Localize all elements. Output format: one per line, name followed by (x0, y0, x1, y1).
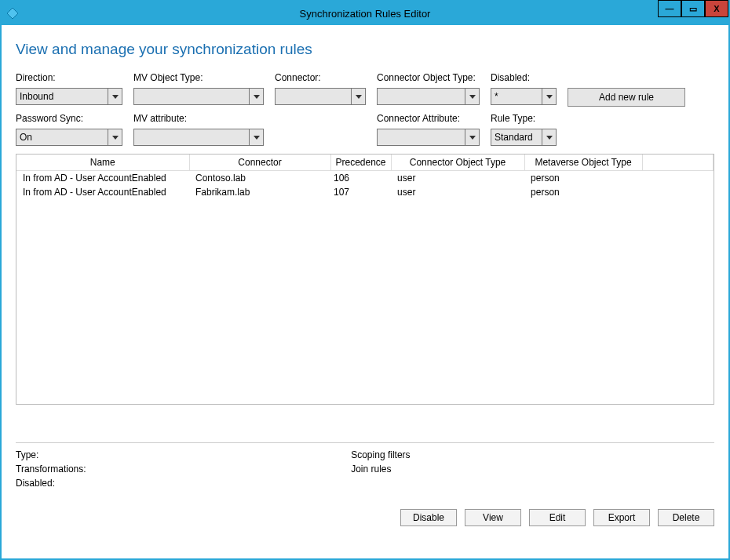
table-row[interactable]: In from AD - User AccountEnabled Contoso… (16, 171, 714, 186)
filter-panel: Direction: MV Object Type: Connector: Co… (16, 72, 714, 146)
rules-table[interactable]: Name Connector Precedence Connector Obje… (16, 155, 714, 199)
connector-label: Connector: (275, 72, 366, 83)
edit-button[interactable]: Edit (529, 509, 586, 526)
svg-marker-6 (112, 136, 119, 140)
col-precedence[interactable]: Precedence (330, 155, 391, 171)
app-window: Synchronization Rules Editor — ▭ X View … (0, 0, 730, 560)
disabled-select[interactable]: * (491, 88, 557, 105)
transformations-label: Transformations: (16, 464, 86, 475)
scoping-filters-label: Scoping filters (351, 449, 410, 460)
join-rules-label: Join rules (351, 464, 391, 475)
svg-marker-0 (7, 8, 18, 19)
chevron-down-icon (542, 129, 557, 146)
chevron-down-icon (250, 129, 264, 146)
window-title: Synchronization Rules Editor (2, 8, 728, 20)
view-button[interactable]: View (465, 509, 521, 526)
mv-object-type-label: MV Object Type: (133, 72, 264, 83)
maximize-button[interactable]: ▭ (681, 0, 705, 17)
rule-type-select[interactable]: Standard (491, 129, 557, 146)
client-area: View and manage your synchronization rul… (2, 25, 728, 558)
direction-select[interactable]: Inbound (16, 88, 122, 105)
titlebar: Synchronization Rules Editor — ▭ X (2, 2, 728, 25)
window-buttons: — ▭ X (658, 2, 728, 25)
disabled-label: Disabled: (491, 72, 557, 83)
action-buttons: Disable View Edit Export Delete (16, 509, 714, 526)
chevron-down-icon (352, 88, 366, 105)
mv-attribute-select[interactable] (133, 129, 264, 146)
mv-object-type-select[interactable] (133, 88, 264, 105)
password-sync-label: Password Sync: (16, 113, 122, 124)
rule-type-label: Rule Type: (491, 113, 557, 124)
connector-object-type-label: Connector Object Type: (377, 72, 480, 83)
chevron-down-icon (108, 129, 122, 146)
svg-marker-2 (254, 95, 260, 99)
mv-attribute-label: MV attribute: (133, 113, 264, 124)
minimize-button[interactable]: — (658, 0, 681, 17)
svg-marker-8 (469, 136, 476, 140)
details-panel: Type: Transformations: Disabled: Scoping… (16, 448, 714, 490)
chevron-down-icon (465, 129, 480, 146)
add-new-rule-button[interactable]: Add new rule (568, 88, 685, 107)
svg-marker-5 (546, 95, 553, 99)
table-row[interactable]: In from AD - User AccountEnabled Fabrika… (16, 185, 714, 199)
disabled-detail-label: Disabled: (16, 478, 55, 489)
col-connector[interactable]: Connector (189, 155, 330, 171)
chevron-down-icon (108, 88, 122, 105)
col-metaverse-object-type[interactable]: Metaverse Object Type (524, 155, 642, 171)
delete-button[interactable]: Delete (658, 509, 714, 526)
chevron-down-icon (465, 88, 480, 105)
rules-table-container: Name Connector Precedence Connector Obje… (16, 154, 714, 405)
connector-attribute-label: Connector Attribute: (377, 113, 480, 124)
connector-attribute-select[interactable] (377, 129, 480, 146)
direction-label: Direction: (16, 72, 122, 83)
svg-marker-3 (356, 95, 362, 99)
disable-button[interactable]: Disable (400, 509, 457, 526)
app-icon (6, 7, 19, 20)
section-divider (16, 442, 714, 443)
table-header-row[interactable]: Name Connector Precedence Connector Obje… (16, 155, 714, 171)
export-button[interactable]: Export (593, 509, 650, 526)
password-sync-select[interactable]: On (16, 129, 122, 146)
type-label: Type: (16, 449, 38, 460)
svg-marker-1 (112, 95, 119, 99)
connector-select[interactable] (275, 88, 366, 105)
svg-marker-4 (469, 95, 476, 99)
svg-marker-9 (546, 136, 553, 140)
chevron-down-icon (250, 88, 264, 105)
connector-object-type-select[interactable] (377, 88, 480, 105)
col-connector-object-type[interactable]: Connector Object Type (391, 155, 524, 171)
col-name[interactable]: Name (16, 155, 189, 171)
chevron-down-icon (542, 88, 557, 105)
svg-marker-7 (254, 136, 260, 140)
page-title: View and manage your synchronization rul… (16, 41, 714, 58)
close-button[interactable]: X (705, 0, 728, 17)
